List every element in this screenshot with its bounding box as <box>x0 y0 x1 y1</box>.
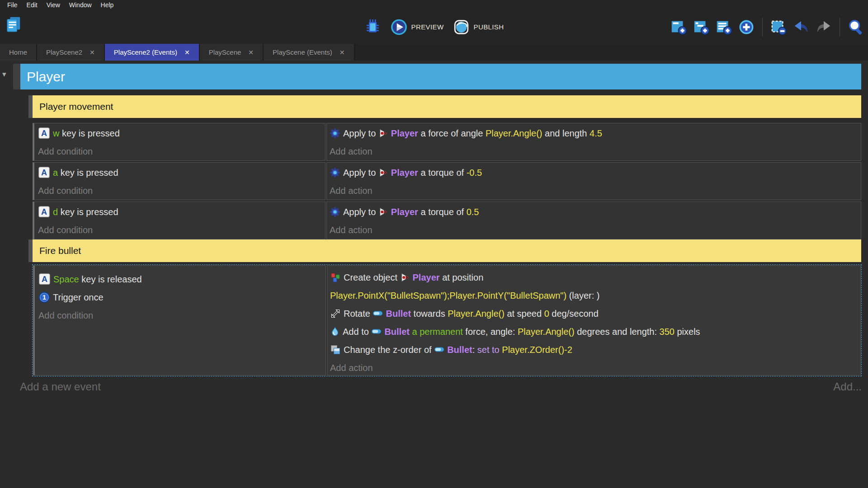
toolbar-center: PREVIEW PUBLISH <box>364 10 504 44</box>
event-group-player-movement[interactable]: Player movement <box>33 95 861 118</box>
text-segment: Bullet <box>386 309 411 319</box>
tab-playscene2[interactable]: PlayScene2 ✕ <box>37 44 105 61</box>
text-segment: Apply to <box>343 168 378 178</box>
add-new-event-link[interactable]: Add a new event <box>20 380 101 393</box>
toolbar-right <box>670 10 864 44</box>
tab-label: PlayScene <box>209 48 241 56</box>
add-subevent-icon[interactable] <box>693 19 710 36</box>
menu-file[interactable]: File <box>3 0 22 10</box>
preview-button[interactable]: PREVIEW <box>391 19 444 36</box>
add-circle-icon[interactable] <box>738 19 755 36</box>
chevron-down-icon[interactable]: ▾ <box>2 70 6 79</box>
add-comment-icon[interactable] <box>715 19 732 36</box>
close-icon[interactable]: ✕ <box>248 49 254 56</box>
svg-text:A: A <box>41 129 47 138</box>
close-icon[interactable]: ✕ <box>90 49 95 56</box>
add-condition-link[interactable]: Add condition <box>38 221 325 239</box>
drag-handle[interactable] <box>28 239 33 262</box>
bullet-object-icon <box>434 346 444 353</box>
gdevelop-window: File Edit View Window Help PREVIEW <box>0 0 868 488</box>
condition-line[interactable]: 1Trigger once <box>38 288 326 306</box>
menu-help[interactable]: Help <box>96 0 118 10</box>
action-line[interactable]: Change the z-order of Bullet: set to Pla… <box>330 341 860 359</box>
text-segment: Change the z-order of <box>344 345 434 355</box>
condition-line[interactable]: ASpace key is released <box>38 270 326 288</box>
close-icon[interactable]: ✕ <box>340 49 345 56</box>
physics-icon <box>330 128 340 139</box>
action-line[interactable]: Create object Player at position Player.… <box>330 268 860 305</box>
text-segment: Add to <box>343 327 371 337</box>
action-line[interactable]: Apply to Player a torque of -0.5 <box>330 164 861 182</box>
text-segment: force, angle: <box>463 327 518 337</box>
add-more-button[interactable]: Add... <box>833 380 862 393</box>
svg-text:1: 1 <box>42 293 46 301</box>
add-action-link[interactable]: Add action <box>330 359 860 375</box>
close-icon[interactable]: ✕ <box>184 49 190 56</box>
svg-text:A: A <box>42 275 47 284</box>
keyboard-icon: A <box>38 273 51 285</box>
action-line[interactable]: Apply to Player a force of angle Player.… <box>330 124 861 142</box>
tab-playscene2-events[interactable]: PlayScene2 (Events) ✕ <box>105 44 200 61</box>
text-segment: 0 <box>544 309 549 319</box>
actions-cell: Apply to Player a force of angle Player.… <box>326 123 861 161</box>
add-condition-link[interactable]: Add condition <box>38 142 325 160</box>
tab-label: PlayScene2 (Events) <box>114 48 177 56</box>
tab-playscene[interactable]: PlayScene ✕ <box>200 44 264 61</box>
condition-line[interactable]: Aw key is pressed <box>38 124 325 142</box>
drag-handle[interactable] <box>13 64 20 89</box>
text-segment: key is released <box>79 274 142 284</box>
conditions-cell: Aa key is pressed Add condition <box>33 162 326 200</box>
text-segment: at speed <box>505 309 544 319</box>
tab-home[interactable]: Home <box>0 44 37 61</box>
tab-label: PlayScene (Events) <box>273 48 332 56</box>
object-group-header[interactable]: Player <box>20 64 861 89</box>
text-segment: Player <box>413 272 440 282</box>
add-action-link[interactable]: Add action <box>330 142 861 160</box>
debug-icon[interactable] <box>364 19 382 36</box>
keyboard-icon: A <box>38 127 50 139</box>
action-line[interactable]: Rotate Bullet towards Player.Angle() at … <box>330 305 860 323</box>
menu-edit[interactable]: Edit <box>22 0 42 10</box>
publish-label: PUBLISH <box>473 23 504 31</box>
text-segment: at position <box>440 272 484 282</box>
tab-label: PlayScene2 <box>46 48 82 56</box>
svg-text:A: A <box>41 168 47 177</box>
text-segment: set to <box>477 345 502 355</box>
text-segment: Create object <box>344 272 400 282</box>
add-action-link[interactable]: Add action <box>330 182 861 200</box>
text-segment: w <box>53 128 59 138</box>
condition-line[interactable]: Aa key is pressed <box>38 164 325 182</box>
text-segment: pixels <box>675 327 700 337</box>
project-manager-button[interactable] <box>4 14 24 35</box>
add-condition-link[interactable]: Add condition <box>38 182 325 200</box>
drag-handle[interactable] <box>28 95 33 118</box>
condition-line[interactable]: Ad key is pressed <box>38 203 325 221</box>
trigger-once-icon: 1 <box>38 291 50 303</box>
event-group-fire-bullet[interactable]: Fire bullet <box>33 239 861 262</box>
text-segment: Player.ZOrder()-2 <box>502 345 572 355</box>
redo-icon[interactable] <box>815 19 832 36</box>
search-icon[interactable] <box>847 19 864 36</box>
conditions-cell: Aw key is pressed Add condition <box>33 123 326 161</box>
menu-window[interactable]: Window <box>65 0 96 10</box>
actions-cell: Apply to Player a torque of 0.5 Add acti… <box>326 202 861 239</box>
undo-icon[interactable] <box>793 19 810 36</box>
action-line[interactable]: Add to Bullet a permanent force, angle: … <box>330 323 860 341</box>
tab-playscene-events[interactable]: PlayScene (Events) ✕ <box>264 44 354 61</box>
add-action-link[interactable]: Add action <box>330 221 861 239</box>
text-segment: a force of angle <box>418 128 486 138</box>
text-segment: key is pressed <box>59 128 119 138</box>
conditions-cell: Ad key is pressed Add condition <box>33 202 326 239</box>
text-segment: Rotate <box>344 309 373 319</box>
action-line[interactable]: Apply to Player a torque of 0.5 <box>330 203 861 221</box>
add-condition-link[interactable]: Add condition <box>38 306 326 324</box>
keyboard-icon: A <box>38 206 50 218</box>
text-segment: : <box>472 345 477 355</box>
project-manager-icon <box>5 16 22 33</box>
publish-button[interactable]: PUBLISH <box>453 19 504 36</box>
delete-selection-icon[interactable] <box>770 19 787 36</box>
player-object-icon <box>400 272 410 282</box>
add-event-icon[interactable] <box>670 19 687 36</box>
menu-view[interactable]: View <box>42 0 65 10</box>
text-segment: 4.5 <box>590 128 602 138</box>
